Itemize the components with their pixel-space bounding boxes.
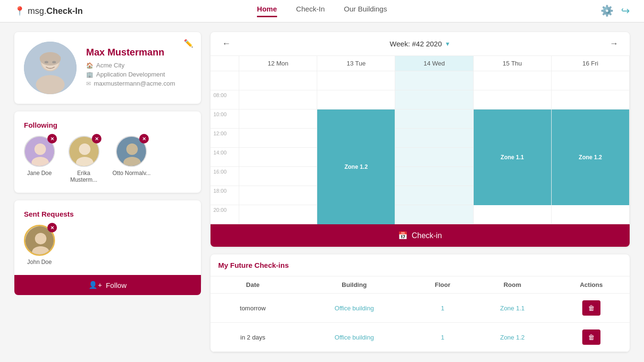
remove-jane-button[interactable]: ✕	[47, 134, 57, 143]
cal-cell[interactable]	[239, 167, 317, 186]
follower-avatar-wrap: ✕	[24, 225, 55, 256]
email-icon: ✉	[86, 80, 91, 87]
table-row: in 2 days Office building 1 Zone 1.2 🗑	[211, 323, 630, 352]
profile-department: 🏢 Application Development	[86, 71, 191, 78]
remove-erika-button[interactable]: ✕	[92, 134, 101, 143]
cal-cell[interactable]	[395, 71, 473, 90]
calendar-grid: 12 Mon 13 Tue 14 Wed 15 Thu 16 Fri 08:00	[211, 56, 630, 224]
future-checkins-table: Date Building Floor Room Actions tomorro…	[211, 276, 630, 352]
cell-room: Zone 1.2	[472, 323, 553, 352]
col-building: Building	[295, 276, 413, 294]
floor-link[interactable]: 1	[441, 334, 444, 341]
profile-company: 🏠 Acme City	[86, 62, 191, 69]
nav-buildings[interactable]: Our Buildings	[344, 5, 387, 17]
calendar-event-zone11-thu[interactable]: Zone 1.1	[474, 110, 551, 205]
cal-cell-tue-event-start[interactable]: Zone 1.2	[317, 110, 395, 129]
cal-cell[interactable]	[239, 90, 317, 110]
time-label: 08:00	[211, 90, 239, 110]
cal-cell[interactable]	[552, 90, 630, 110]
future-checkins-title: My Future Check-ins	[211, 254, 630, 276]
list-item: ✕ John Doe	[24, 225, 55, 265]
profile-name: Max Mustermann	[86, 47, 191, 58]
cal-cell[interactable]	[317, 71, 395, 90]
cal-cell[interactable]	[395, 129, 473, 148]
svg-point-18	[35, 233, 46, 244]
avatar	[24, 42, 77, 94]
cal-cell[interactable]	[474, 205, 552, 224]
prev-week-button[interactable]: ←	[218, 37, 234, 51]
calendar-event-zone12-fri[interactable]: Zone 1.2	[552, 110, 629, 205]
remove-otto-button[interactable]: ✕	[139, 134, 149, 143]
cal-cell[interactable]	[395, 167, 473, 186]
table-row: tomorrow Office building 1 Zone 1.1 🗑	[211, 294, 630, 323]
building-link[interactable]: Office building	[334, 334, 374, 341]
day-header-wed: 14 Wed	[395, 56, 473, 71]
nav-home[interactable]: Home	[257, 5, 277, 17]
delete-button[interactable]: 🗑	[582, 300, 600, 316]
profile-email: ✉ maxmustermann@acme.com	[86, 80, 191, 87]
follower-name: Otto Normalv...	[112, 170, 151, 176]
cell-floor: 1	[413, 294, 472, 323]
cal-cell[interactable]	[239, 205, 317, 224]
cell-actions: 🗑	[553, 294, 630, 323]
cal-cell-thu-event-start[interactable]: Zone 1.1	[474, 110, 552, 129]
building-link[interactable]: Office building	[334, 305, 374, 312]
sent-requests-card: Sent Requests ✕ John Doe 👤+	[14, 200, 201, 285]
cal-cell[interactable]	[474, 71, 552, 90]
cal-cell[interactable]	[395, 186, 473, 205]
time-label: 20:00	[211, 205, 239, 224]
right-column: ← Week: #42 2020 ▼ → 12 Mon 13 Tue 14 We…	[211, 32, 630, 352]
time-label: 16:00	[211, 167, 239, 186]
cal-cell[interactable]	[239, 129, 317, 148]
header: 📍 msg.Check-In Home Check-In Our Buildin…	[0, 0, 644, 22]
cal-cell[interactable]	[239, 148, 317, 167]
cell-date: tomorrow	[211, 294, 295, 323]
cal-cell[interactable]	[395, 148, 473, 167]
cal-cell[interactable]	[239, 71, 317, 90]
list-item: ✕ Erika Musterm...	[65, 136, 103, 183]
profile-card: Max Mustermann 🏠 Acme City 🏢 Application…	[14, 32, 201, 104]
follower-avatar-wrap: ✕	[68, 136, 100, 167]
future-checkins-card: My Future Check-ins Date Building Floor …	[211, 254, 630, 352]
week-label: Week: #42 2020 ▼	[390, 40, 451, 48]
svg-point-9	[34, 143, 46, 155]
following-list: ✕ Jane Doe ✕ Erika Musterm...	[24, 136, 191, 183]
dropdown-icon[interactable]: ▼	[445, 41, 451, 47]
cal-cell[interactable]	[395, 90, 473, 110]
day-header-thu: 15 Thu	[474, 56, 552, 71]
logo-bold: Check-In	[46, 6, 83, 16]
profile-info: Max Mustermann 🏠 Acme City 🏢 Application…	[86, 47, 191, 89]
cal-cell[interactable]	[474, 90, 552, 110]
follower-name: Jane Doe	[27, 170, 52, 176]
future-checkins-table-wrap: Date Building Floor Room Actions tomorro…	[211, 276, 630, 352]
svg-point-7	[52, 61, 56, 64]
list-item: ✕ Otto Normalv...	[112, 136, 151, 183]
nav-checkin[interactable]: Check-In	[296, 5, 325, 17]
svg-point-2	[36, 75, 65, 94]
svg-rect-5	[40, 56, 61, 60]
logout-icon[interactable]: ↪	[621, 5, 630, 17]
cal-cell[interactable]	[395, 205, 473, 224]
settings-icon[interactable]: ⚙️	[600, 5, 613, 17]
room-link[interactable]: Zone 1.2	[500, 334, 524, 341]
calendar-event-zone12-tue[interactable]: Zone 1.2	[317, 110, 395, 224]
cal-cell[interactable]	[239, 186, 317, 205]
cal-cell[interactable]	[239, 110, 317, 129]
home-icon: 🏠	[86, 62, 93, 69]
checkin-button[interactable]: 📅 Check-in	[211, 224, 630, 247]
remove-john-button[interactable]: ✕	[47, 223, 57, 232]
cal-cell-fri-event-start[interactable]: Zone 1.2	[552, 110, 630, 129]
cal-cell[interactable]	[552, 71, 630, 90]
time-slot	[211, 71, 239, 90]
floor-link[interactable]: 1	[441, 305, 444, 312]
follow-button[interactable]: 👤+ Follow	[14, 275, 201, 295]
follower-name: John Doe	[27, 259, 52, 265]
next-week-button[interactable]: →	[606, 37, 622, 51]
delete-button[interactable]: 🗑	[582, 329, 600, 345]
edit-icon[interactable]: ✏️	[184, 39, 193, 48]
cal-cell[interactable]	[395, 110, 473, 129]
cell-building: Office building	[295, 323, 413, 352]
room-link[interactable]: Zone 1.1	[500, 305, 524, 312]
cal-cell[interactable]	[317, 90, 395, 110]
cal-cell[interactable]	[552, 205, 630, 224]
